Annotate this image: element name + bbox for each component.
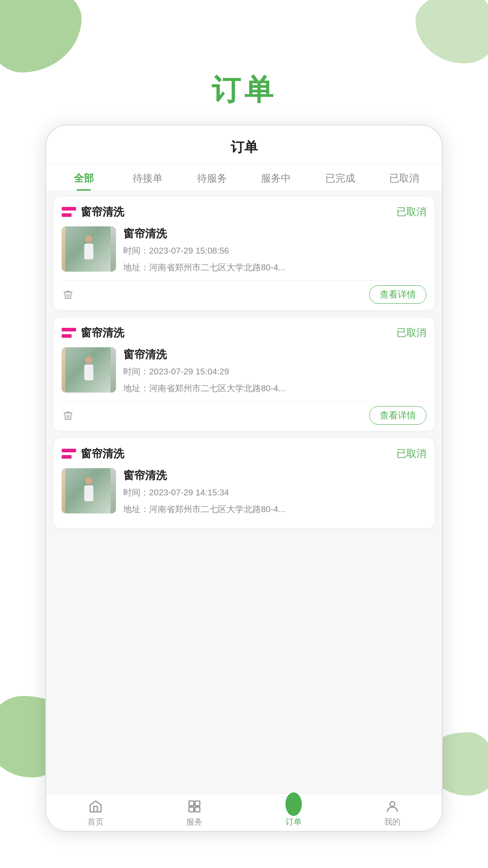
time-value: 2023-07-29 15:04:29	[149, 367, 229, 376]
order-image	[62, 468, 116, 513]
profile-icon	[384, 798, 401, 815]
order-card: 窗帘清洗 已取消 窗帘清洗 时间：2023-07-29 15:04:29	[53, 317, 435, 431]
svg-rect-2	[189, 807, 194, 812]
bottom-nav: 首页 服务	[46, 793, 442, 831]
tab-pending-accept[interactable]: 待接单	[116, 164, 180, 191]
order-info: 窗帘清洗 时间：2023-07-29 15:04:29 地址：河南省郑州市二七区…	[123, 347, 426, 395]
blob-top-right	[416, 0, 488, 63]
order-title-row: 窗帘清洗	[62, 205, 124, 219]
nav-services[interactable]: 服务	[145, 798, 244, 827]
address-value: 河南省郑州市二七区大学北路80-4...	[149, 263, 285, 272]
page-title: 订单	[0, 70, 488, 110]
tab-cancelled[interactable]: 已取消	[372, 164, 437, 191]
delete-button[interactable]	[62, 409, 74, 422]
curtain-scene	[62, 226, 116, 272]
order-status: 已取消	[396, 205, 426, 219]
nav-profile-label: 我的	[384, 816, 401, 827]
order-status: 已取消	[396, 326, 426, 340]
order-body: 窗帘清洗 时间：2023-07-29 15:08:56 地址：河南省郑州市二七区…	[62, 226, 426, 274]
order-info: 窗帘清洗 时间：2023-07-29 14:15:34 地址：河南省郑州市二七区…	[123, 468, 426, 516]
order-card-header: 窗帘清洗 已取消	[62, 446, 426, 461]
order-address-row: 地址：河南省郑州市二七区大学北路80-4...	[123, 382, 426, 395]
nav-home-label: 首页	[87, 816, 104, 827]
time-label: 时间：	[123, 488, 149, 497]
address-label: 地址：	[123, 504, 149, 514]
tab-bar: 全部 待接单 待服务 服务中 已完成 已取消	[46, 164, 442, 191]
detail-button[interactable]: 查看详情	[369, 406, 426, 425]
order-info-title: 窗帘清洗	[123, 468, 426, 483]
order-service-name: 窗帘清洗	[81, 326, 124, 340]
order-info-title: 窗帘清洗	[123, 226, 426, 241]
address-value: 河南省郑州市二七区大学北路80-4...	[149, 384, 285, 393]
order-footer: 查看详情	[62, 401, 426, 425]
order-status: 已取消	[396, 447, 426, 460]
order-card: 窗帘清洗 已取消 窗帘清洗 时间：2023-07-29 15:08:56	[53, 197, 435, 310]
order-address-row: 地址：河南省郑州市二七区大学北路80-4...	[123, 261, 426, 274]
order-info-title: 窗帘清洗	[123, 347, 426, 362]
svg-point-8	[390, 801, 395, 806]
order-footer: 查看详情	[62, 280, 426, 304]
svg-rect-0	[189, 801, 194, 806]
order-info: 窗帘清洗 时间：2023-07-29 15:08:56 地址：河南省郑州市二七区…	[123, 226, 426, 274]
tab-completed[interactable]: 已完成	[308, 164, 372, 191]
curtain-left	[62, 468, 65, 513]
time-label: 时间：	[123, 246, 149, 255]
order-list: 窗帘清洗 已取消 窗帘清洗 时间：2023-07-29 15:08:56	[46, 191, 442, 793]
order-service-name: 窗帘清洗	[81, 446, 124, 461]
delete-button[interactable]	[62, 288, 74, 301]
svg-rect-3	[195, 807, 200, 812]
curtain-right	[111, 468, 116, 513]
order-body: 窗帘清洗 时间：2023-07-29 15:04:29 地址：河南省郑州市二七区…	[62, 347, 426, 395]
phone-frame: 订单 全部 待接单 待服务 服务中 已完成 已取消 窗帘清洗 已取消	[45, 125, 443, 832]
service-icon	[62, 328, 76, 338]
order-card: 窗帘清洗 已取消 窗帘清洗 时间：2023-07-29 14:15:34	[53, 438, 435, 528]
service-icon	[62, 449, 76, 459]
curtain-scene	[62, 468, 116, 513]
order-image	[62, 226, 116, 272]
order-time-row: 时间：2023-07-29 15:04:29	[123, 365, 426, 379]
tab-pending-service[interactable]: 待服务	[180, 164, 244, 191]
order-title-row: 窗帘清洗	[62, 446, 124, 461]
service-icon	[62, 207, 76, 217]
order-card-header: 窗帘清洗 已取消	[62, 205, 426, 219]
address-label: 地址：	[123, 263, 149, 272]
curtain-person	[82, 235, 96, 263]
order-body: 窗帘清洗 时间：2023-07-29 14:15:34 地址：河南省郑州市二七区…	[62, 468, 426, 516]
curtain-person	[82, 477, 96, 504]
orders-icon	[285, 798, 302, 815]
home-icon	[87, 798, 104, 815]
address-value: 河南省郑州市二七区大学北路80-4...	[149, 504, 285, 514]
nav-orders[interactable]: 订单	[244, 798, 343, 827]
order-image	[62, 347, 116, 393]
detail-button[interactable]: 查看详情	[369, 285, 426, 304]
blob-top-left	[0, 0, 82, 72]
nav-orders-label: 订单	[285, 816, 302, 827]
curtain-right	[111, 347, 116, 393]
curtain-left	[62, 226, 65, 272]
services-icon	[186, 798, 203, 815]
order-title-row: 窗帘清洗	[62, 326, 124, 340]
nav-services-label: 服务	[186, 816, 203, 827]
order-time-row: 时间：2023-07-29 14:15:34	[123, 486, 426, 499]
svg-rect-1	[195, 801, 200, 806]
time-value: 2023-07-29 15:08:56	[149, 246, 229, 255]
curtain-right	[111, 226, 116, 272]
app-header: 订单	[46, 125, 442, 164]
time-label: 时间：	[123, 367, 149, 376]
time-value: 2023-07-29 14:15:34	[149, 488, 229, 497]
nav-home[interactable]: 首页	[46, 798, 145, 827]
curtain-left	[62, 347, 65, 393]
address-label: 地址：	[123, 384, 149, 393]
curtain-person	[82, 356, 96, 384]
tab-all[interactable]: 全部	[52, 164, 116, 191]
order-service-name: 窗帘清洗	[81, 205, 124, 219]
order-time-row: 时间：2023-07-29 15:08:56	[123, 245, 426, 258]
order-address-row: 地址：河南省郑州市二七区大学北路80-4...	[123, 503, 426, 516]
tab-in-service[interactable]: 服务中	[244, 164, 309, 191]
curtain-scene	[62, 347, 116, 393]
nav-profile[interactable]: 我的	[343, 798, 442, 827]
order-card-header: 窗帘清洗 已取消	[62, 326, 426, 340]
